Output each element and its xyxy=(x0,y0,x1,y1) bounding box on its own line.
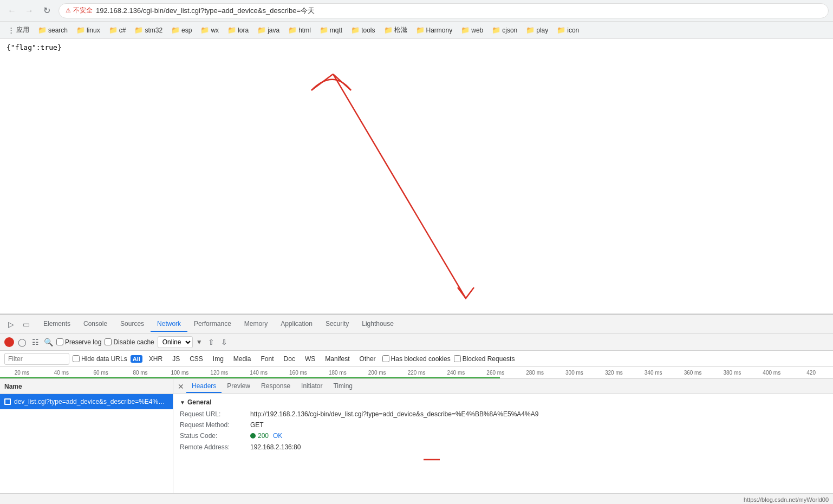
doc-filter-btn[interactable]: Doc xyxy=(281,355,298,363)
folder-icon: 📁 xyxy=(526,26,535,34)
bookmark-label: play xyxy=(536,27,548,34)
record-button[interactable] xyxy=(4,337,14,347)
hide-data-urls-label[interactable]: Hide data URLs xyxy=(73,355,127,363)
details-tab-initiator[interactable]: Initiator xyxy=(296,380,328,393)
details-panel: ✕ Headers Preview Response Initiator Tim… xyxy=(173,379,833,493)
name-panel: Name dev_list.cgi?type=add_device&s_desc… xyxy=(0,379,173,493)
preserve-log-label[interactable]: Preserve log xyxy=(56,338,101,346)
request-method-key: Request Method: xyxy=(180,421,250,429)
inspect-element-button[interactable]: ▷ xyxy=(4,318,17,331)
ws-filter-btn[interactable]: WS xyxy=(302,355,318,363)
bookmark-web[interactable]: 📁 web xyxy=(458,25,486,35)
tab-console[interactable]: Console xyxy=(77,317,114,332)
forward-button[interactable]: → xyxy=(22,3,37,18)
bookmark-esp[interactable]: 📁 esp xyxy=(168,25,195,35)
js-filter-btn[interactable]: JS xyxy=(169,355,183,363)
general-section-header[interactable]: ▼ General xyxy=(180,398,827,406)
details-close-button[interactable]: ✕ xyxy=(175,381,186,392)
devtools: ▷ ▭ Elements Console Sources Network Per… xyxy=(0,314,833,504)
folder-icon: 📁 xyxy=(492,26,500,34)
has-blocked-cookies-checkbox[interactable] xyxy=(382,355,389,362)
css-filter-btn[interactable]: CSS xyxy=(186,355,206,363)
import-button[interactable]: ⇧ xyxy=(206,337,217,348)
request-method-value: GET xyxy=(250,421,264,429)
bookmark-harmony[interactable]: 📁 Harmony xyxy=(413,25,456,35)
folder-icon: 📁 xyxy=(38,26,47,34)
bookmark-stm32[interactable]: 📁 stm32 xyxy=(131,25,166,35)
bookmark-wx[interactable]: 📁 wx xyxy=(197,25,222,35)
hide-data-urls-checkbox[interactable] xyxy=(73,355,80,362)
tick-120ms: 120 ms xyxy=(199,370,239,376)
import-export-group: ⇧ ⇩ xyxy=(206,337,230,348)
details-tab-timing[interactable]: Timing xyxy=(328,380,358,393)
details-tab-headers[interactable]: Headers xyxy=(186,380,222,393)
xhr-filter-btn[interactable]: XHR xyxy=(146,355,166,363)
status-bar: https://blog.csdn.net/myWorld00 xyxy=(0,493,833,504)
bookmark-tools[interactable]: 📁 tools xyxy=(348,25,378,35)
tick-40ms: 40 ms xyxy=(42,370,81,376)
bookmark-search[interactable]: 📁 search xyxy=(35,25,71,35)
timeline-ticks: 20 ms 40 ms 60 ms 80 ms 100 ms 120 ms 14… xyxy=(0,370,833,376)
folder-icon: 📁 xyxy=(384,26,393,34)
folder-icon: 📁 xyxy=(257,26,266,34)
has-blocked-cookies-text: Has blocked cookies xyxy=(391,355,451,363)
tab-application[interactable]: Application xyxy=(274,317,319,332)
stop-button[interactable]: ◯ xyxy=(17,337,27,347)
status-code-row: Status Code: 200 OK xyxy=(180,432,827,440)
has-blocked-cookies-label[interactable]: Has blocked cookies xyxy=(382,355,451,363)
bookmark-java[interactable]: 📁 java xyxy=(254,25,283,35)
details-tab-response[interactable]: Response xyxy=(256,380,296,393)
blocked-requests-checkbox[interactable] xyxy=(454,355,461,362)
tab-elements[interactable]: Elements xyxy=(37,317,77,332)
tick-320ms: 320 ms xyxy=(594,370,634,376)
tab-security[interactable]: Security xyxy=(319,317,355,332)
bookmark-lora[interactable]: 📁 lora xyxy=(224,25,252,35)
manifest-filter-btn[interactable]: Manifest xyxy=(322,355,353,363)
bookmark-songzi[interactable]: 📁 松滋 xyxy=(381,24,411,36)
preserve-log-checkbox[interactable] xyxy=(56,338,63,345)
reload-button[interactable]: ↻ xyxy=(39,3,54,18)
name-header: Name xyxy=(0,379,173,394)
bookmark-play[interactable]: 📁 play xyxy=(523,25,551,35)
media-filter-btn[interactable]: Media xyxy=(230,355,255,363)
status-code-number: 200 xyxy=(258,432,269,440)
bookmark-html[interactable]: 📁 html xyxy=(285,25,314,35)
font-filter-btn[interactable]: Font xyxy=(258,355,277,363)
img-filter-btn[interactable]: Img xyxy=(210,355,227,363)
tab-performance[interactable]: Performance xyxy=(187,317,238,332)
tick-260ms: 260 ms xyxy=(476,370,515,376)
search-button[interactable]: 🔍 xyxy=(43,337,53,347)
disable-cache-checkbox[interactable] xyxy=(105,338,112,345)
filter-input[interactable] xyxy=(4,353,69,365)
bookmark-icon[interactable]: 📁 icon xyxy=(554,25,582,35)
tab-lighthouse[interactable]: Lighthouse xyxy=(355,317,400,332)
progress-line xyxy=(0,377,500,378)
bookmark-cjson[interactable]: 📁 cjson xyxy=(489,25,520,35)
filter-toggle-button[interactable]: ☷ xyxy=(30,337,40,347)
address-bar[interactable]: ⚠ 不安全 192.168.2.136/cgi-bin/dev_list.cgi… xyxy=(58,3,829,18)
details-tab-preview[interactable]: Preview xyxy=(222,380,256,393)
folder-icon: 📁 xyxy=(171,26,180,34)
bookmark-label: esp xyxy=(181,27,192,34)
bookmark-apps[interactable]: ⋮ 应用 xyxy=(4,24,32,36)
nav-buttons: ← → ↻ xyxy=(4,3,54,18)
back-button[interactable]: ← xyxy=(4,3,19,18)
tab-memory[interactable]: Memory xyxy=(238,317,274,332)
status-ok-text: OK xyxy=(273,432,282,440)
tick-60ms: 60 ms xyxy=(81,370,121,376)
disable-cache-label[interactable]: Disable cache xyxy=(105,338,154,346)
tab-network[interactable]: Network xyxy=(151,317,187,332)
network-request-item[interactable]: dev_list.cgi?type=add_device&s_describe=… xyxy=(0,394,173,409)
status-code-value: 200 OK xyxy=(250,432,282,440)
tab-sources[interactable]: Sources xyxy=(114,317,151,332)
device-toolbar-button[interactable]: ▭ xyxy=(19,318,32,331)
blocked-requests-label[interactable]: Blocked Requests xyxy=(454,355,515,363)
bookmark-linux[interactable]: 📁 linux xyxy=(73,25,103,35)
throttle-select[interactable]: Online xyxy=(158,336,193,348)
bookmark-csharp[interactable]: 📁 c# xyxy=(106,25,129,35)
all-filter-badge[interactable]: All xyxy=(131,355,142,363)
tick-240ms: 240 ms xyxy=(436,370,476,376)
other-filter-btn[interactable]: Other xyxy=(356,355,379,363)
export-button[interactable]: ⇩ xyxy=(219,337,230,348)
bookmark-mqtt[interactable]: 📁 mqtt xyxy=(316,25,346,35)
